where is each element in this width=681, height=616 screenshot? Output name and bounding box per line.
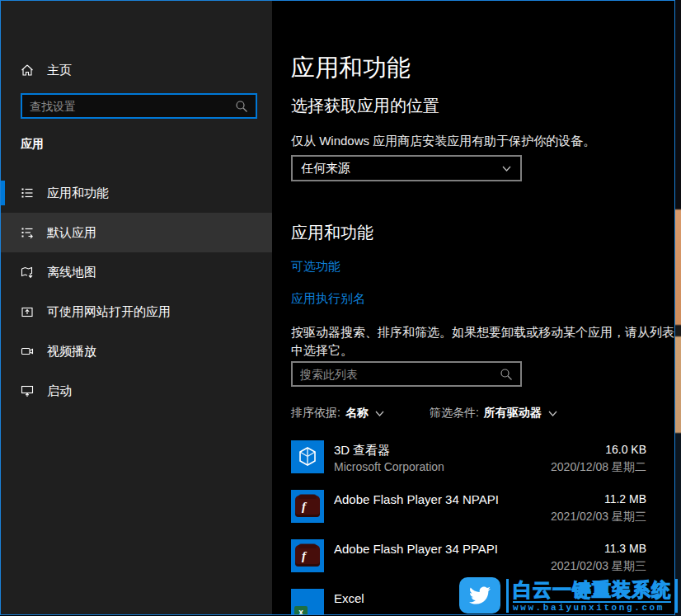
sidebar-item-apps-features[interactable]: 应用和功能	[1, 173, 272, 213]
sidebar: 主页 应用	[1, 1, 272, 614]
sidebar-item-offline-maps[interactable]: 离线地图	[1, 252, 272, 292]
sidebar-item-video-playback[interactable]: 视频播放	[1, 332, 272, 371]
filter-by-value: 所有驱动器	[484, 406, 542, 421]
chevron-down-icon	[501, 163, 512, 174]
app-name: Adobe Flash Player 34 PPAPI	[334, 542, 498, 556]
sidebar-item-default-apps[interactable]: 默认应用	[1, 213, 272, 252]
optional-features-link[interactable]: 可选功能	[291, 259, 340, 275]
watermark-title: 白云一键重装系统	[513, 579, 671, 600]
sidebar-item-label: 默认应用	[47, 225, 96, 241]
flash-player-app-icon: f	[291, 539, 324, 572]
sidebar-item-label: 可使用网站打开的应用	[47, 304, 171, 320]
watermark-url: www.baiyunxitong.com	[513, 601, 671, 613]
app-install-date: 2021/02/03 星期三	[551, 559, 646, 574]
sidebar-nav: 应用和功能 默认应用	[1, 173, 272, 411]
apps-for-websites-icon	[21, 305, 34, 318]
search-icon	[500, 368, 513, 381]
watermark: 白云一键重装系统 www.baiyunxitong.com	[459, 577, 678, 614]
settings-search-box	[21, 93, 257, 119]
sort-by-label: 排序依据:	[291, 406, 340, 421]
watermark-text: 白云一键重装系统 www.baiyunxitong.com	[506, 579, 678, 613]
list-description: 按驱动器搜索、排序和筛选。如果想要卸载或移动某个应用，请从列表中选择它。	[291, 323, 674, 360]
startup-icon	[21, 384, 34, 397]
excel-app-icon: x	[291, 589, 324, 614]
app-list-search-box	[291, 361, 522, 387]
app-size: 16.0 KB	[605, 443, 646, 456]
selected-indicator	[1, 181, 5, 205]
page-title: 应用和功能	[291, 52, 411, 85]
app-size: 11.3 MB	[604, 542, 646, 555]
app-name: Adobe Flash Player 34 NPAPI	[334, 492, 499, 506]
sidebar-home-label: 主页	[47, 63, 72, 78]
screen: 设置 主页	[0, 0, 681, 616]
home-icon	[21, 63, 34, 77]
filter-by-dropdown[interactable]: 筛选条件: 所有驱动器	[430, 406, 558, 421]
twitter-bird-icon	[459, 577, 500, 614]
3d-viewer-app-icon	[291, 440, 324, 473]
apps-features-icon	[21, 186, 34, 200]
app-source-dropdown[interactable]: 任何来源	[291, 155, 522, 181]
chevron-down-icon	[547, 408, 558, 419]
sidebar-item-apps-for-websites[interactable]: 可使用网站打开的应用	[1, 292, 272, 332]
settings-search-input[interactable]	[22, 100, 235, 113]
app-publisher: Microsoft Corporation	[334, 460, 444, 473]
flash-player-app-icon: f	[291, 490, 324, 523]
default-apps-icon	[21, 226, 34, 239]
app-name: 3D 查看器	[334, 443, 390, 458]
app-list-search-input[interactable]	[293, 368, 500, 381]
app-execution-aliases-link[interactable]: 应用执行别名	[291, 291, 365, 307]
sidebar-item-label: 启动	[47, 383, 72, 399]
apps-features-section-heading: 应用和功能	[291, 222, 373, 244]
choose-source-description: 仅从 Windows 应用商店安装应用有助于保护你的设备。	[291, 134, 595, 149]
settings-window: 设置 主页	[0, 0, 675, 615]
search-icon	[235, 100, 248, 113]
app-source-dropdown-value: 任何来源	[293, 161, 501, 176]
sort-by-value: 名称	[345, 406, 369, 421]
sidebar-item-label: 离线地图	[47, 265, 96, 280]
choose-source-heading: 选择获取应用的位置	[291, 95, 439, 117]
app-name: Excel	[334, 591, 364, 605]
app-row-flash-npapi[interactable]: f Adobe Flash Player 34 NPAPI 11.2 MB 20…	[291, 486, 646, 535]
video-playback-icon	[21, 345, 34, 358]
sort-filter-row: 排序依据: 名称 筛选条件: 所有驱动器	[291, 406, 558, 421]
sidebar-section-label: 应用	[21, 137, 44, 152]
main-content: 应用和功能 选择获取应用的位置 仅从 Windows 应用商店安装应用有助于保护…	[272, 1, 674, 614]
sidebar-item-label: 视频播放	[47, 344, 96, 360]
chevron-down-icon	[374, 408, 385, 419]
offline-maps-icon	[21, 266, 34, 279]
app-install-date: 2020/12/08 星期二	[551, 460, 646, 475]
app-row-3d-viewer[interactable]: 3D 查看器 Microsoft Corporation 16.0 KB 202…	[291, 436, 646, 486]
sort-by-dropdown[interactable]: 排序依据: 名称	[291, 406, 385, 421]
app-size: 11.2 MB	[604, 492, 646, 505]
sidebar-item-startup[interactable]: 启动	[1, 371, 272, 411]
sidebar-item-home[interactable]: 主页	[1, 55, 272, 85]
filter-by-label: 筛选条件:	[430, 406, 479, 421]
app-install-date: 2021/02/03 星期三	[551, 510, 646, 524]
sidebar-item-label: 应用和功能	[47, 186, 109, 201]
